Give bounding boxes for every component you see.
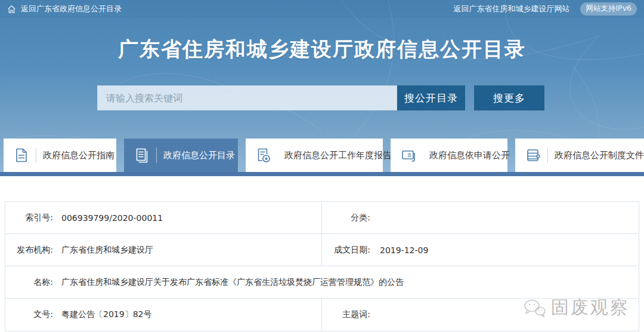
issue-date-value: 2019-12-09 xyxy=(370,245,639,255)
document-number-value: 粤建公告〔2019〕82号 xyxy=(53,309,321,320)
category-label: 分类: xyxy=(321,202,370,233)
tab-disclosure-guide[interactable]: 政府信息公开指南 xyxy=(4,139,116,172)
tab-divider xyxy=(156,147,157,163)
application-form-icon xyxy=(401,147,416,163)
table-row: 索引号: 006939799/2020-00011 分类: xyxy=(5,202,639,234)
document-detail-table: 索引号: 006939799/2020-00011 分类: 发布机构: 广东省住… xyxy=(5,201,639,331)
issuing-agency-value: 广东省住房和城乡建设厅 xyxy=(53,245,321,256)
issue-date-label: 成文日期: xyxy=(321,234,370,266)
tab-divider xyxy=(36,147,36,163)
table-row: 名称: 广东省住房和城乡建设厅关于发布广东省标准《广东省生活垃圾焚烧厂运营管理规… xyxy=(5,266,639,299)
tab-annual-report[interactable]: 政府信息公开工作年度报告 xyxy=(246,139,383,172)
search-bar: 搜公开目录 搜更多 xyxy=(97,85,644,110)
guide-document-icon xyxy=(14,147,29,163)
tab-divider xyxy=(547,147,548,163)
document-number-label: 文号: xyxy=(5,309,53,320)
search-more-button[interactable]: 搜更多 xyxy=(474,85,544,110)
page-title: 广东省住房和城乡建设厅政府信息公开目录 xyxy=(0,34,644,64)
index-number-label: 索引号: xyxy=(5,213,53,223)
main-content: 索引号: 006939799/2020-00011 分类: 发布机构: 广东省住… xyxy=(0,176,644,331)
policy-files-icon xyxy=(525,147,541,163)
tab-disclosure-upon-application[interactable]: 政府信息依申请公开 xyxy=(391,139,507,172)
table-row: 发布机构: 广东省住房和城乡建设厅 成文日期: 2019-12-09 xyxy=(5,234,639,266)
top-navigation-bar: 返回广东省政府信息公开目录 返回广东省住房和城乡建设厅网站 网站支持IPv6 xyxy=(0,0,644,18)
index-number-value: 006939799/2020-00011 xyxy=(53,213,321,223)
tabs-baseline-bar xyxy=(0,172,644,176)
issuing-agency-label: 发布机构: xyxy=(5,245,53,256)
tab-disclosure-catalog[interactable]: 政府信息公开目录 xyxy=(124,139,238,172)
annual-report-icon xyxy=(256,147,271,163)
tab-policy-documents[interactable]: 政府信息公开制度文件 xyxy=(515,139,644,172)
search-catalog-button[interactable]: 搜公开目录 xyxy=(397,85,465,110)
document-name-label: 名称: xyxy=(5,277,53,288)
subject-words-label: 主题词: xyxy=(321,299,370,331)
document-name-value: 广东省住房和城乡建设厅关于发布广东省标准《广东省生活垃圾焚烧厂运营管理规范》的公… xyxy=(53,277,639,288)
page-header: 返回广东省政府信息公开目录 返回广东省住房和城乡建设厅网站 网站支持IPv6 广… xyxy=(0,0,644,176)
catalog-documents-icon xyxy=(134,147,150,163)
search-input[interactable] xyxy=(97,85,397,110)
ipv6-support-badge: 网站支持IPv6 xyxy=(580,2,637,16)
tab-bar: 政府信息公开指南 政府信息公开目录 xyxy=(0,139,644,172)
back-to-department-site-link[interactable]: 返回广东省住房和城乡建设厅网站 xyxy=(453,4,569,14)
back-to-province-directory-link[interactable]: 返回广东省政府信息公开目录 xyxy=(21,4,122,14)
table-row: 文号: 粤建公告〔2019〕82号 主题词: xyxy=(5,299,639,331)
home-icon xyxy=(7,5,16,14)
